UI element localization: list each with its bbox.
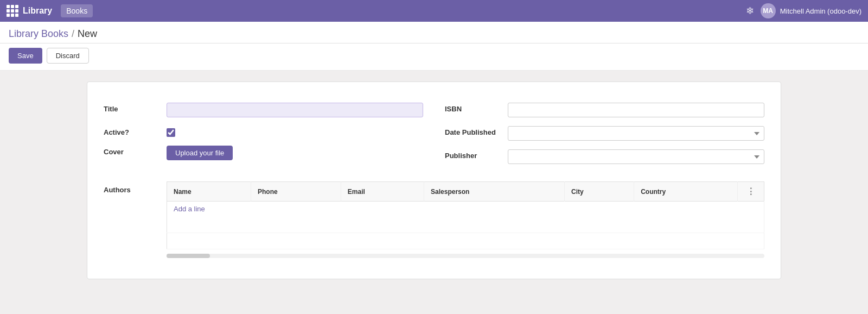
top-nav-right: ❄ MA Mitchell Admin (odoo-dev)	[746, 3, 861, 18]
authors-table-wrapper: Name Phone Email Salesperson City Countr…	[167, 181, 764, 258]
col-city: City	[565, 182, 634, 202]
date-published-row: Date Published	[445, 122, 764, 145]
snowflake-icon[interactable]: ❄	[746, 5, 754, 17]
title-control	[167, 103, 423, 117]
title-label: Title	[104, 103, 158, 113]
isbn-label: ISBN	[445, 103, 499, 113]
publisher-control	[508, 149, 764, 164]
date-published-select[interactable]	[508, 126, 764, 141]
isbn-input[interactable]	[508, 103, 764, 117]
app-logo[interactable]: Library	[7, 5, 52, 17]
form-right: ISBN Date Published Publis	[445, 98, 764, 168]
form-card: Title Active? Cover Upload your	[87, 81, 781, 279]
breadcrumb-current: New	[78, 28, 97, 40]
main-content: Title Active? Cover Upload your	[0, 71, 868, 290]
col-email: Email	[341, 182, 424, 202]
active-control	[167, 126, 423, 137]
date-published-label: Date Published	[445, 126, 499, 136]
table-row-empty-2	[167, 233, 764, 249]
authors-section: Authors Name Phone Email Salesperson Cit…	[104, 177, 764, 262]
add-line-cell: Add a line	[167, 202, 764, 217]
active-label: Active?	[104, 126, 158, 136]
scrollbar-track	[167, 254, 764, 258]
form-left: Title Active? Cover Upload your	[104, 98, 423, 168]
user-menu[interactable]: MA Mitchell Admin (odoo-dev)	[761, 3, 861, 18]
action-bar: Save Discard	[0, 43, 868, 71]
active-checkbox[interactable]	[167, 128, 175, 137]
isbn-control	[508, 103, 764, 117]
col-salesperson: Salesperson	[424, 182, 565, 202]
user-name: Mitchell Admin (odoo-dev)	[780, 7, 861, 15]
publisher-select[interactable]	[508, 149, 764, 164]
col-name: Name	[167, 182, 251, 202]
save-button[interactable]: Save	[9, 48, 42, 64]
table-row-empty-1	[167, 216, 764, 233]
publisher-row: Publisher	[445, 145, 764, 168]
table-header-row: Name Phone Email Salesperson City Countr…	[167, 182, 764, 202]
discard-button[interactable]: Discard	[47, 48, 89, 64]
nav-item-books[interactable]: Books	[61, 4, 93, 17]
upload-button[interactable]: Upload your file	[167, 146, 233, 160]
top-navigation: Library Books ❄ MA Mitchell Admin (odoo-…	[0, 0, 868, 22]
add-line-link[interactable]: Add a line	[174, 205, 205, 213]
col-actions: ⋮	[738, 182, 764, 202]
col-phone: Phone	[251, 182, 341, 202]
cover-control: Upload your file	[167, 146, 423, 160]
add-line-row: Add a line	[167, 202, 764, 217]
form-grid: Title Active? Cover Upload your	[104, 98, 764, 168]
active-row: Active?	[104, 122, 423, 141]
cover-label: Cover	[104, 146, 158, 156]
title-row: Title	[104, 98, 423, 122]
isbn-row: ISBN	[445, 98, 764, 122]
authors-table: Name Phone Email Salesperson City Countr…	[167, 181, 764, 249]
table-options-icon[interactable]: ⋮	[744, 186, 757, 197]
grid-icon	[7, 5, 18, 17]
app-name: Library	[23, 6, 52, 16]
breadcrumb: Library Books / New	[9, 28, 859, 40]
col-country: Country	[634, 182, 738, 202]
scrollbar-thumb[interactable]	[167, 254, 210, 258]
authors-label: Authors	[104, 181, 158, 194]
cover-row: Cover Upload your file	[104, 141, 423, 165]
date-published-control	[508, 126, 764, 141]
breadcrumb-separator: /	[72, 28, 74, 40]
breadcrumb-area: Library Books / New	[0, 22, 868, 43]
top-nav-menu: Books	[61, 4, 93, 17]
breadcrumb-parent[interactable]: Library Books	[9, 28, 68, 40]
avatar: MA	[761, 3, 776, 18]
publisher-label: Publisher	[445, 149, 499, 160]
title-input[interactable]	[167, 103, 423, 117]
